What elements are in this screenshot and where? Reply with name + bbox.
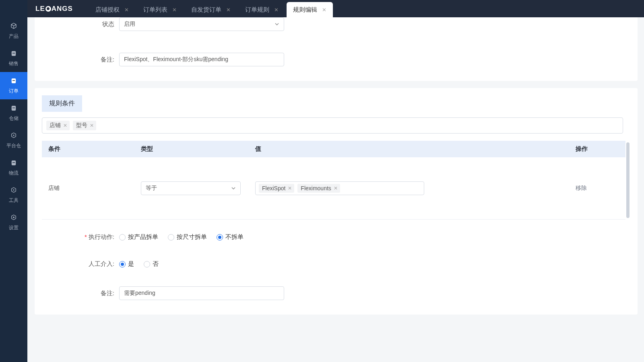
th-condition: 条件 <box>42 141 134 157</box>
doc-icon <box>10 77 17 86</box>
tab-label: 订单列表 <box>143 6 167 14</box>
value-tag[interactable]: FlexiSpot✕ <box>259 184 294 193</box>
value-tag-input[interactable]: FlexiSpot✕Fleximounts✕ <box>255 181 424 195</box>
logo-icon <box>45 6 51 12</box>
cube-icon <box>10 23 17 31</box>
radio-label: 按产品拆单 <box>128 233 158 241</box>
exec-option-0[interactable]: 按产品拆单 <box>119 233 158 241</box>
tab-label: 订单规则 <box>245 6 269 14</box>
sidebar-item-1[interactable]: 销售 <box>0 45 27 72</box>
sidebar-item-3[interactable]: 仓储 <box>0 99 27 127</box>
chevron-down-icon <box>231 186 236 191</box>
svg-rect-5 <box>12 107 15 108</box>
radio-icon <box>144 261 150 267</box>
content-area: 状态 启用 备注: <box>27 17 644 362</box>
radio-label: 否 <box>153 260 159 268</box>
remove-row-link[interactable]: 移除 <box>576 185 587 191</box>
svg-rect-8 <box>12 162 15 163</box>
hex-icon <box>10 187 17 195</box>
tab-0[interactable]: 店铺授权✕ <box>89 2 135 17</box>
sidebar-item-label: 订单 <box>9 88 19 95</box>
filter-tag[interactable]: 型号✕ <box>73 121 96 130</box>
conditions-table: 条件 类型 值 操作 店铺等于FlexiSpot✕Fleximounts✕移除 <box>42 141 625 220</box>
radio-label: 按尺寸拆单 <box>177 233 207 241</box>
sidebar-item-label: 仓储 <box>9 115 19 122</box>
value-tag[interactable]: Fleximounts✕ <box>297 184 340 193</box>
exec-option-1[interactable]: 按尺寸拆单 <box>168 233 207 241</box>
svg-point-9 <box>13 189 14 190</box>
manual-radio-group: 是否 <box>119 260 159 268</box>
doc-icon <box>10 50 17 58</box>
status-label: 状态 <box>67 21 119 28</box>
chevron-down-icon <box>275 22 279 27</box>
table-row: 店铺等于FlexiSpot✕Fleximounts✕移除 <box>42 157 625 220</box>
svg-rect-1 <box>12 53 15 53</box>
exec-action-radio-group: 按产品拆单按尺寸拆单不拆单 <box>119 233 244 241</box>
tab-1[interactable]: 订单列表✕ <box>137 2 183 17</box>
close-icon[interactable]: ✕ <box>226 7 231 12</box>
tab-label: 规则编辑 <box>293 6 317 14</box>
manual-option-0[interactable]: 是 <box>119 260 134 268</box>
close-icon[interactable]: ✕ <box>322 7 326 12</box>
exec-option-2[interactable]: 不拆单 <box>217 233 244 241</box>
radio-icon <box>119 234 126 241</box>
hex-icon <box>10 132 17 140</box>
radio-icon <box>168 234 174 241</box>
exec-action-label: *执行动作: <box>67 233 119 241</box>
sidebar-item-label: 平台仓 <box>6 142 21 149</box>
tab-bar: 店铺授权✕订单列表✕自发货订单✕订单规则✕规则编辑✕ <box>89 0 333 17</box>
close-icon[interactable]: ✕ <box>288 186 292 191</box>
close-icon[interactable]: ✕ <box>172 7 177 12</box>
sidebar-item-label: 物流 <box>9 170 19 177</box>
sidebar-item-label: 产品 <box>9 33 19 40</box>
remark-input-top[interactable] <box>119 53 284 66</box>
filter-tag-box[interactable]: 店铺✕型号✕ <box>42 117 623 134</box>
radio-label: 不拆单 <box>225 233 244 241</box>
sidebar-item-4[interactable]: 平台仓 <box>0 127 27 154</box>
filter-tag[interactable]: 店铺✕ <box>46 121 70 130</box>
sidebar-item-label: 工具 <box>9 197 19 204</box>
sidebar-item-6[interactable]: 工具 <box>0 181 27 209</box>
action-remark-input[interactable] <box>119 286 284 300</box>
th-type: 类型 <box>134 141 249 157</box>
remark-label: 备注: <box>67 56 119 64</box>
tab-4[interactable]: 规则编辑✕ <box>287 2 333 17</box>
sidebar-item-2[interactable]: 订单 <box>0 72 27 99</box>
radio-label: 是 <box>128 260 134 268</box>
gear-icon <box>10 214 17 222</box>
type-select[interactable]: 等于 <box>141 181 241 195</box>
tab-label: 店铺授权 <box>95 6 120 14</box>
close-icon[interactable]: ✕ <box>274 7 279 12</box>
sidebar-item-label: 设置 <box>9 224 19 231</box>
radio-icon <box>217 234 223 241</box>
doc-icon <box>10 159 17 168</box>
close-icon[interactable]: ✕ <box>124 7 129 12</box>
close-icon[interactable]: ✕ <box>334 186 338 191</box>
tab-label: 自发货订单 <box>191 6 221 14</box>
sidebar-item-5[interactable]: 物流 <box>0 154 27 181</box>
action-remark-label: 备注: <box>67 290 119 297</box>
tab-2[interactable]: 自发货订单✕ <box>185 2 237 17</box>
tab-3[interactable]: 订单规则✕ <box>239 2 285 17</box>
topbar: LEANGS 店铺授权✕订单列表✕自发货订单✕订单规则✕规则编辑✕ <box>27 0 644 17</box>
doc-icon <box>10 105 17 113</box>
section-heading-conditions: 规则条件 <box>42 95 82 112</box>
sidebar-item-label: 销售 <box>9 60 19 67</box>
brand-logo: LEANGS <box>27 0 81 17</box>
close-icon[interactable]: ✕ <box>63 123 67 128</box>
th-operation: 操作 <box>569 141 625 157</box>
radio-icon <box>119 261 126 267</box>
sidebar-item-7[interactable]: 设置 <box>0 209 27 236</box>
svg-rect-3 <box>12 80 15 81</box>
cell-condition: 店铺 <box>42 157 134 220</box>
manual-option-1[interactable]: 否 <box>144 260 159 268</box>
status-select[interactable]: 启用 <box>119 17 284 31</box>
sidebar: 产品销售订单仓储平台仓物流工具设置 <box>0 0 27 362</box>
svg-point-10 <box>13 216 14 218</box>
th-value: 值 <box>249 141 569 157</box>
close-icon[interactable]: ✕ <box>90 123 94 128</box>
manual-label: 人工介入: <box>67 260 119 268</box>
sidebar-item-0[interactable]: 产品 <box>0 17 27 45</box>
table-scrollbar[interactable] <box>626 142 630 218</box>
svg-point-6 <box>13 134 14 136</box>
